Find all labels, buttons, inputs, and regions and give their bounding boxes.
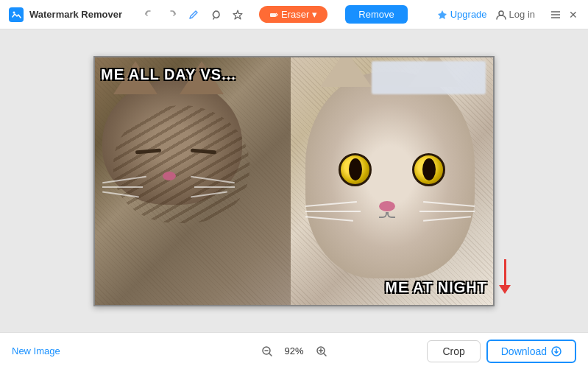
window-controls: ✕ (550, 9, 579, 21)
zoom-out-button[interactable] (258, 342, 275, 360)
svg-point-3 (499, 11, 503, 15)
cat-wide-eye-right (412, 153, 445, 186)
svg-rect-2 (270, 13, 276, 17)
redo-button[interactable] (162, 5, 181, 24)
svg-line-13 (324, 354, 326, 356)
meme-text-bottom: ME AT NIGHT (296, 279, 487, 296)
cat-head-left (102, 80, 242, 205)
arrow-line (504, 259, 506, 285)
upgrade-button[interactable]: Upgrade (437, 9, 487, 20)
bottom-bar-right: Crop Download (427, 340, 576, 363)
cat-wide-eye-left (339, 153, 372, 186)
download-button[interactable]: Download (486, 340, 576, 363)
zoom-level: 92% (284, 345, 303, 356)
menu-button[interactable] (550, 9, 562, 21)
watermark-removed-area (372, 61, 486, 94)
remove-button[interactable]: Remove (345, 5, 407, 24)
pen-button[interactable] (184, 5, 203, 24)
download-icon (551, 346, 562, 356)
crop-button[interactable]: Crop (427, 340, 480, 362)
meme-left-panel (95, 57, 294, 305)
arrow-head (499, 285, 511, 294)
toolbar-icons (140, 5, 247, 24)
svg-point-1 (13, 11, 15, 13)
meme-image: ME ALL DAY VS... ME AT NIGHT (93, 56, 495, 306)
eraser-button[interactable]: Eraser ▾ (259, 6, 327, 23)
meme-right-panel (291, 57, 493, 305)
undo-button[interactable] (140, 5, 159, 24)
svg-line-9 (269, 354, 271, 356)
cat-head-right (305, 72, 475, 278)
close-button[interactable]: ✕ (567, 9, 579, 21)
bottom-bar: New Image 92% Crop Download (0, 332, 588, 369)
title-bar-right: Upgrade Log in ✕ (437, 9, 579, 21)
eraser-label: Eraser (281, 9, 309, 20)
star-button[interactable] (228, 5, 247, 24)
title-bar-left: Watermark Remover (9, 5, 437, 24)
new-image-button[interactable]: New Image (12, 341, 60, 361)
app-icon (9, 7, 24, 22)
eraser-dropdown-icon: ▾ (312, 9, 317, 20)
app-title: Watermark Remover (29, 9, 122, 20)
title-bar: Watermark Remover (0, 0, 588, 29)
bottom-bar-left: New Image (12, 341, 60, 361)
zoom-in-button[interactable] (313, 342, 330, 360)
red-arrow-indicator (499, 259, 511, 294)
meme-text-top: ME ALL DAY VS... (101, 66, 236, 83)
lasso-button[interactable] (206, 5, 225, 24)
bottom-bar-center: 92% (258, 342, 330, 360)
main-canvas-area: ME ALL DAY VS... ME AT NIGHT (0, 29, 588, 332)
login-button[interactable]: Log in (496, 9, 535, 20)
